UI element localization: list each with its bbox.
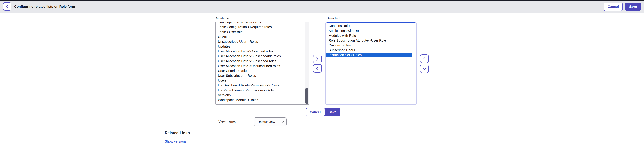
available-list-option[interactable]: User Subscription->Roles [216, 73, 304, 78]
view-name-label: View name: [218, 120, 236, 124]
view-name-select-wrap: Default view [254, 117, 286, 126]
header-actions: Cancel Save [604, 1, 641, 12]
selected-scrollbar-track[interactable] [412, 23, 416, 104]
selected-list-option[interactable]: Contains Roles [326, 24, 412, 28]
available-list-option[interactable]: UX Page Element Permissions->Role [216, 88, 304, 93]
chevron-up-icon [422, 56, 427, 61]
related-links-title: Related Links [165, 131, 190, 135]
move-down-button[interactable] [420, 64, 429, 73]
available-scrollbar-track[interactable] [304, 22, 309, 104]
available-listbox[interactable]: Subscription Role->User RoleTable Config… [215, 22, 310, 105]
header-bar: Configuring related lists on Role form C… [0, 1, 644, 12]
selected-listbox[interactable]: Contains RolesApplications with RoleModu… [326, 22, 416, 104]
available-list-option[interactable]: User Allocation Data->Subscribeable role… [216, 54, 304, 59]
selected-label: Selected [326, 16, 340, 20]
selected-list-option[interactable]: Applications with Role [326, 28, 412, 33]
available-list-option[interactable]: User Allocation Data->Assigned roles [216, 49, 304, 54]
available-list-option[interactable]: Table Configuration->Required roles [216, 25, 304, 30]
selected-list-option[interactable]: Role Subscription Attribute->User Role [326, 38, 412, 43]
selected-list-option[interactable]: Modules with Role [326, 33, 412, 38]
available-list: Subscription Role->User RoleTable Config… [216, 22, 304, 102]
available-list-option[interactable]: User Criteria->Roles [216, 68, 304, 73]
available-list-option[interactable]: Unsubscribed User->Roles [216, 39, 304, 44]
available-list-option[interactable]: Users [216, 78, 304, 83]
selected-list: Contains RolesApplications with RoleModu… [326, 24, 412, 58]
page-title: Configuring related lists on Role form [14, 1, 75, 12]
available-list-option[interactable]: UX Dashboard Route Permission->Roles [216, 83, 304, 88]
chevron-down-icon [422, 66, 427, 71]
chevron-left-icon [5, 4, 10, 8]
move-up-button[interactable] [420, 54, 429, 63]
available-list-option[interactable]: Workspace Module->Roles [216, 98, 304, 102]
move-left-button[interactable] [313, 64, 322, 72]
available-list-option[interactable]: User Allocation Data->Subscribed roles [216, 59, 304, 64]
available-label: Available [216, 16, 229, 20]
view-name-select[interactable]: Default view [254, 117, 286, 126]
show-versions-link[interactable]: Show versions [165, 140, 186, 144]
selected-list-option[interactable]: Subscribed Users [326, 48, 412, 53]
available-list-option[interactable]: Versions [216, 93, 304, 98]
available-scrollbar-thumb[interactable] [306, 88, 308, 104]
header-save-button[interactable]: Save [625, 2, 641, 11]
chevron-right-icon [315, 57, 320, 61]
available-list-option[interactable]: Updates [216, 44, 304, 49]
back-button[interactable] [3, 2, 12, 10]
chevron-left-icon [315, 66, 320, 70]
selected-list-option[interactable]: Instruction Set->Roles [326, 53, 412, 58]
header-cancel-button[interactable]: Cancel [604, 2, 623, 11]
slushbucket-cancel-button[interactable]: Cancel [306, 108, 325, 116]
available-list-option[interactable]: Subscription Role->User Role [216, 22, 304, 25]
slushbucket-save-button[interactable]: Save [324, 108, 340, 116]
selected-list-option[interactable]: Custom Tables [326, 43, 412, 48]
available-list-option[interactable]: User Allocation Data->Unsubscribed roles [216, 64, 304, 68]
available-list-option[interactable]: UI Action [216, 34, 304, 39]
available-list-option[interactable]: Table->User role [216, 30, 304, 34]
move-right-button[interactable] [313, 55, 322, 63]
